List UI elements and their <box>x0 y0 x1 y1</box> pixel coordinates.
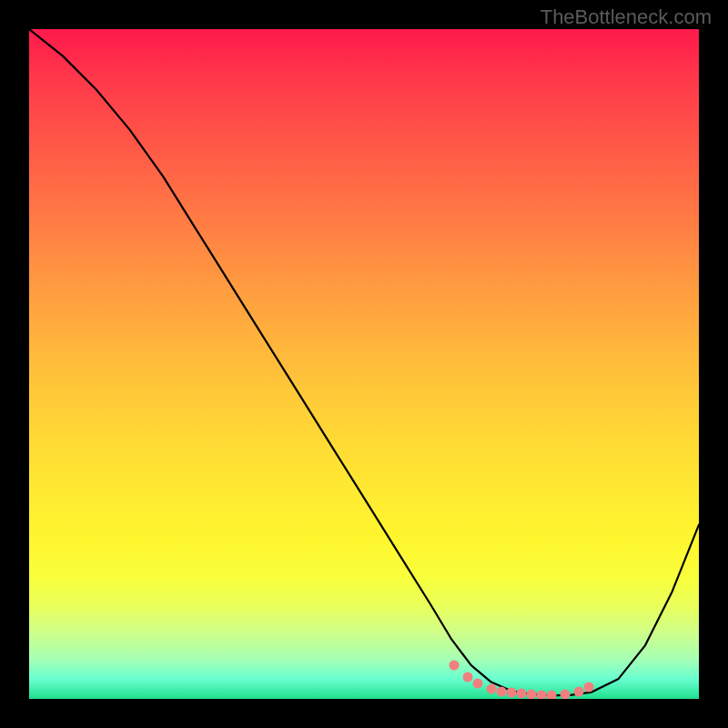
watermark-text: TheBottleneck.com <box>541 5 712 29</box>
marker-dot <box>537 690 547 699</box>
marker-dot <box>506 688 516 698</box>
marker-dot <box>527 690 537 699</box>
marker-dot <box>573 686 583 696</box>
marker-dot <box>547 690 557 699</box>
chart-marker-points <box>29 29 699 699</box>
marker-dot <box>473 679 483 689</box>
marker-dot <box>560 689 570 699</box>
marker-dot <box>450 661 460 671</box>
chart-plot-area <box>29 29 699 699</box>
marker-dot <box>516 689 526 699</box>
marker-dot <box>496 686 506 696</box>
marker-dot <box>463 672 473 682</box>
marker-dot <box>486 683 496 693</box>
marker-dot <box>583 682 593 693</box>
